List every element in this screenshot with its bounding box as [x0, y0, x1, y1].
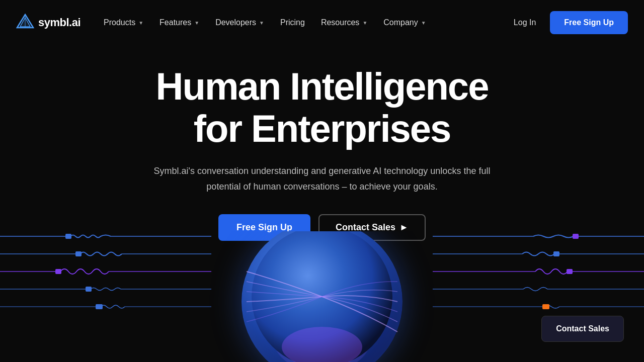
hero-section: Human Intelligence for Enterprises Symbl…	[0, 45, 644, 241]
nav-item-resources[interactable]: Resources ▼	[314, 14, 374, 31]
waveform-left	[0, 231, 211, 322]
svg-rect-17	[96, 304, 103, 309]
hero-title: Human Intelligence for Enterprises	[156, 65, 489, 149]
logo-icon	[16, 14, 34, 32]
chevron-down-icon: ▼	[421, 20, 426, 26]
svg-rect-23	[553, 251, 559, 256]
nav-right: Log In Free Sign Up	[508, 11, 628, 34]
nav-item-pricing[interactable]: Pricing	[273, 14, 312, 31]
nav-item-features[interactable]: Features ▼	[152, 14, 206, 31]
svg-rect-8	[75, 251, 82, 256]
chevron-down-icon: ▼	[194, 20, 199, 26]
navbar: symbl.ai Products ▼ Features ▼ Developer…	[0, 0, 644, 45]
nav-item-company[interactable]: Company ▼	[376, 14, 433, 31]
nav-item-products[interactable]: Products ▼	[97, 14, 150, 31]
svg-rect-11	[55, 269, 61, 274]
nav-item-developers[interactable]: Developers ▼	[208, 14, 271, 31]
waveform-right	[433, 231, 644, 322]
logo-text: symbl.ai	[38, 16, 80, 29]
floating-contact-sales-button[interactable]: Contact Sales	[541, 316, 624, 342]
chevron-down-icon: ▼	[362, 20, 367, 26]
visualization-container	[0, 231, 644, 362]
svg-rect-5	[65, 234, 71, 239]
logo[interactable]: symbl.ai	[16, 14, 80, 32]
svg-rect-26	[567, 269, 573, 274]
svg-rect-20	[573, 234, 579, 239]
hero-subtitle: Symbl.ai's conversation understanding an…	[151, 163, 493, 194]
nav-links: Products ▼ Features ▼ Developers ▼ Prici…	[97, 14, 508, 31]
neural-viz	[221, 231, 423, 362]
svg-rect-31	[542, 304, 549, 309]
login-button[interactable]: Log In	[508, 14, 542, 31]
svg-rect-14	[86, 287, 92, 292]
nav-signup-button[interactable]: Free Sign Up	[550, 11, 628, 34]
chevron-down-icon: ▼	[259, 20, 264, 26]
chevron-down-icon: ▼	[138, 20, 143, 26]
